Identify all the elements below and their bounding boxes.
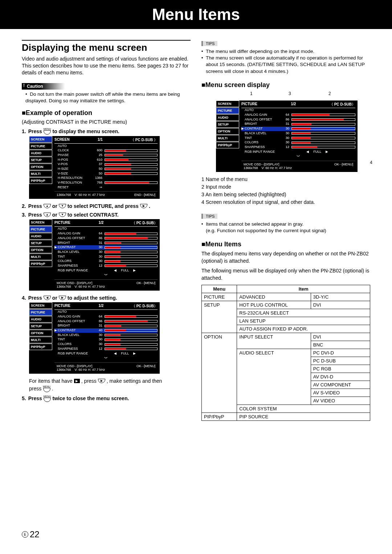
step-1: 1. Press MENU to display the menu screen… — [22, 128, 191, 135]
osd-tab: PIP/PbyP — [29, 344, 52, 350]
osd-tab: SETUP — [216, 121, 239, 128]
up-button-icon: ▲ — [44, 213, 51, 217]
osd-row: ▶CONTRAST40 — [54, 328, 158, 333]
menu-items-heading: ■Menu Items — [201, 241, 370, 248]
up-button-icon: ▲ — [44, 204, 51, 208]
right-button-icon: ▶ — [98, 379, 105, 383]
callout-3: 3 — [289, 91, 291, 96]
osd-row: ▶AUTO — [54, 227, 158, 231]
osd-row: ▶ANALOG OFFSET86 — [54, 319, 158, 324]
osd-callout: 1 3 2 4 SCREENPICTUREAUDIOSETUPOPTIONMUL… — [216, 91, 370, 172]
right-column: TIPS The menu will differ depending on t… — [201, 40, 370, 421]
osd-row: ▶SHARPNESS12 — [241, 145, 355, 149]
osd-row: ▶AUTO — [54, 310, 158, 315]
osd-row: ▶RGB INPUT RANGE◀ FULL ▶ — [54, 351, 158, 356]
menu-button-icon: MENU — [43, 385, 50, 392]
osd-row: ▶RGB INPUT RANGE◀ FULL ▶ — [241, 149, 355, 154]
enter-sub-icon: ▶ — [74, 379, 80, 383]
menu-items-text-2: The following menus will be displayed on… — [201, 267, 370, 282]
osd-tab: AUDIO — [29, 233, 52, 239]
example-sub: (Adjusting CONTRAST in the PICTURE menu) — [22, 119, 191, 125]
caution-text: • Do not turn the main power switch off … — [25, 91, 191, 104]
osd-row: ▶ANALOG OFFSET86 — [241, 117, 355, 122]
osd-screen-menu: SCREENPICTUREAUDIOSETUPOPTIONMULTIPIP/Pb… — [29, 136, 160, 199]
section-heading: Displaying the menu screen — [22, 40, 191, 53]
osd-tab: PICTURE — [29, 226, 52, 233]
osd-tab: PICTURE — [29, 309, 52, 316]
step-5: 5. Press MENU twice to close the menu sc… — [22, 395, 191, 402]
right-button-icon: ▶ — [140, 204, 147, 208]
after-step4-text: For items that have ▶ , press ▶ , make s… — [29, 378, 191, 384]
caution-label: Caution — [22, 83, 65, 90]
osd-row: ▶SHARPNESS12 — [54, 263, 158, 268]
page-title: Menu Items — [152, 5, 240, 24]
osd-tab: SCREEN — [29, 302, 52, 309]
osd-row: ▶BLACK LEVEL30 — [54, 333, 158, 337]
osd-row: ▶COLORS30 — [241, 140, 355, 145]
menu-items-table: Menu Item PICTUREADVANCED3D-Y/C SETUPHOT… — [201, 285, 370, 421]
osd-row: ▶CONTRAST30 — [241, 127, 355, 131]
left-button-icon: ◀ — [44, 296, 51, 300]
osd-row: ▶TINT30 — [54, 337, 158, 342]
osd-tab: OPTION — [29, 164, 52, 170]
osd-row: ▶H-POS610 — [54, 157, 158, 162]
osd-tab: SETUP — [29, 157, 52, 163]
osd-row: ▶RESET⇒ — [54, 185, 158, 190]
osd-row: ▶AUTO — [54, 144, 158, 148]
osd-row: ▶V-POS37 — [54, 162, 158, 167]
tips-label: TIPS — [201, 41, 217, 46]
tips-list-1: The menu will differ depending on the in… — [206, 48, 370, 75]
osd-tab: PIP/PbyP — [29, 260, 52, 267]
step-3: 3. Press ▲ or ▼ to select CONTRAST. — [22, 212, 191, 218]
osd-row: ▶BRIGHT31 — [54, 324, 158, 328]
menu-button-icon: MENU — [44, 395, 51, 402]
osd-tab: PIP/PbyP — [216, 142, 239, 148]
step-4: 4. Press ◀ or ▶ to adjust the setting. — [22, 295, 191, 301]
osd-tab: SCREEN — [29, 136, 52, 143]
osd-row: ▶ANALOG GAIN64 — [241, 113, 355, 118]
callout-legend: 1 Name of the menu 2 Input mode 3 An ite… — [201, 176, 370, 206]
tips-list-2: Items that cannot be selected appear in … — [206, 221, 370, 234]
osd-tab: SCREEN — [29, 219, 52, 226]
page-title-bar: Menu Items — [0, 0, 392, 29]
tips-label-2: TIPS — [201, 214, 217, 219]
osd-row: ▶TINT30 — [241, 136, 355, 140]
osd-picture-menu-30: SCREENPICTUREAUDIOSETUPOPTIONMULTIPIP/Pb… — [29, 219, 160, 291]
osd-row: ▶H-SIZE50 — [54, 167, 158, 172]
osd-row: ▶ANALOG GAIN64 — [54, 231, 158, 236]
osd-row: ▶CONTRAST30 — [54, 245, 158, 250]
osd-tab: SETUP — [29, 323, 52, 329]
osd-row: ▶BLACK LEVEL30 — [54, 250, 158, 254]
osd-tab: OPTION — [29, 247, 52, 253]
step-2: 2. Press ▲ or ▼ to select PICTURE, and p… — [22, 203, 191, 209]
osd-row: ▶AUTO — [241, 108, 355, 113]
osd-tab: SCREEN — [216, 100, 239, 107]
osd-tab: OPTION — [29, 330, 52, 336]
down-button-icon: ▼ — [59, 213, 66, 217]
osd-tab: PICTURE — [29, 143, 52, 149]
page-number: E 22 — [22, 529, 40, 539]
page-lang-circle: E — [22, 531, 28, 538]
osd-row: ▶V-SIZE50 — [54, 171, 158, 176]
osd-tab: AUDIO — [29, 316, 52, 323]
osd-row: ▶H-RESOLUTION1366 — [54, 176, 158, 181]
osd-row: ▶PHASE25 — [54, 153, 158, 157]
osd-tab: PICTURE — [216, 107, 239, 114]
osd-row: ▶BRIGHT31 — [241, 122, 355, 127]
osd-tab: AUDIO — [29, 150, 52, 156]
after-step4-text-2: press MENU . — [29, 385, 191, 392]
down-button-icon: ▼ — [59, 204, 66, 208]
caution-box: Caution • Do not turn the main power swi… — [22, 83, 191, 104]
right-button-icon: ▶ — [59, 296, 66, 300]
callout-1: 1 — [250, 91, 253, 96]
osd-picture-menu-40: SCREENPICTUREAUDIOSETUPOPTIONMULTIPIP/Pb… — [29, 302, 160, 374]
example-heading: ■Example of operation — [22, 109, 191, 117]
osd-row: ▶RGB INPUT RANGE◀ FULL ▶ — [54, 268, 158, 273]
osd-tab: MULTI — [29, 171, 52, 177]
osd-tab: MULTI — [29, 337, 52, 343]
osd-tab: MULTI — [29, 254, 52, 260]
osd-tab: PIP/PbyP — [29, 177, 52, 184]
osd-tab: MULTI — [216, 135, 239, 141]
osd-row: ▶COLORS30 — [54, 342, 158, 347]
osd-row: ▶BLACK LEVEL30 — [241, 131, 355, 136]
